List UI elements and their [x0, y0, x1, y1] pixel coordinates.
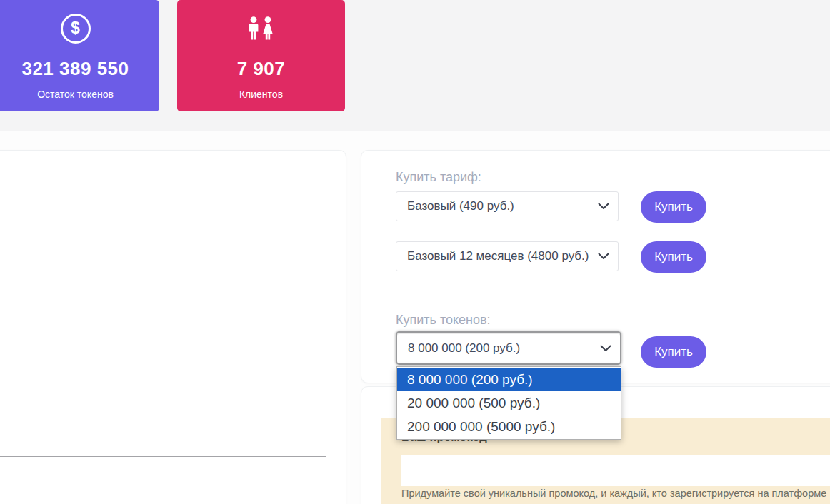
male-female-icon	[246, 16, 277, 41]
tokens-select[interactable]: 8 000 000 (200 руб.)	[396, 331, 621, 365]
stat-icon-box: $	[61, 14, 91, 44]
buy-tariff-1-button[interactable]: Купить	[641, 191, 706, 223]
dollar-glyph: $	[71, 20, 80, 36]
chevron-down-icon	[600, 345, 611, 352]
clients-count-label: Клиентов	[239, 89, 283, 100]
tariff-select-2-value: Базовый 12 месяцев (4800 руб.)	[407, 249, 592, 263]
tariff-select-1[interactable]: Базовый (490 руб.)	[396, 191, 619, 221]
page: $ 321 389 550 Остаток токенов 7 907 Клие…	[0, 0, 830, 504]
tokens-balance-value: 321 389 550	[21, 58, 129, 80]
dropdown-option[interactable]: 200 000 000 (5000 руб.)	[397, 415, 621, 438]
stat-card-clients: 7 907 Клиентов	[177, 0, 345, 111]
promo-code-input[interactable]	[401, 455, 830, 486]
tokens-section-label: Купить токенов:	[396, 313, 491, 328]
tokens-dropdown-list: 8 000 000 (200 руб.) 20 000 000 (500 руб…	[396, 366, 621, 440]
stat-icon-box	[246, 14, 277, 44]
promo-helper-text: Придумайте свой уникальный промокод, и к…	[401, 488, 830, 499]
tokens-select-value: 8 000 000 (200 руб.)	[408, 341, 594, 356]
tariff-section-label: Купить тариф:	[396, 170, 481, 185]
dollar-circle-icon: $	[61, 14, 91, 44]
chevron-down-icon	[598, 203, 609, 210]
buy-tariff-2-button[interactable]: Купить	[641, 241, 706, 273]
left-panel	[0, 150, 346, 504]
buy-tokens-button[interactable]: Купить	[641, 336, 706, 368]
chevron-down-icon	[598, 253, 609, 260]
tokens-balance-label: Остаток токенов	[37, 89, 114, 100]
purchase-panel: Купить тариф: Базовый (490 руб.) Купить …	[361, 150, 830, 383]
tariff-select-1-value: Базовый (490 руб.)	[407, 199, 592, 213]
divider-line	[0, 456, 326, 457]
stat-card-tokens: $ 321 389 550 Остаток токенов	[0, 0, 159, 111]
clients-count-value: 7 907	[237, 58, 286, 80]
dropdown-option[interactable]: 20 000 000 (500 руб.)	[397, 391, 621, 415]
dropdown-option[interactable]: 8 000 000 (200 руб.)	[397, 368, 621, 391]
tariff-select-2[interactable]: Базовый 12 месяцев (4800 руб.)	[396, 241, 619, 271]
